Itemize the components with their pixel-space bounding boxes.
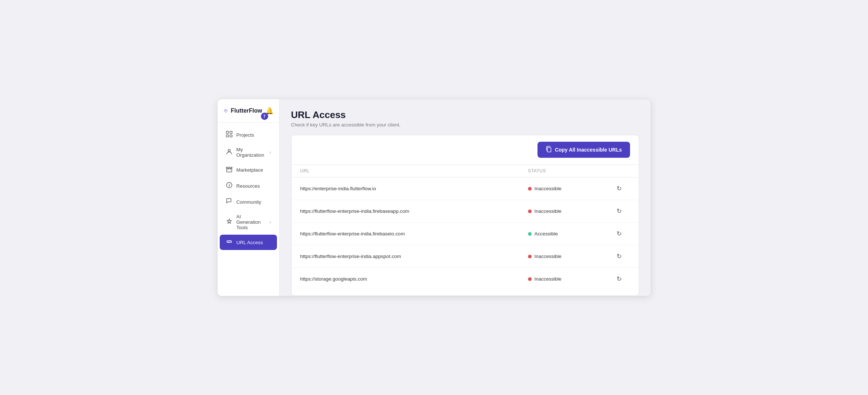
action-cell: ↻ bbox=[608, 183, 630, 194]
table-header: URL Status bbox=[292, 165, 639, 177]
url-cell: https://flutterflow-enterprise-india.app… bbox=[300, 254, 528, 259]
sidebar-item-community[interactable]: Community bbox=[220, 194, 277, 210]
url-table-body: https://enterprise-india.flutterflow.io … bbox=[292, 177, 639, 296]
url-access-icon bbox=[226, 238, 233, 246]
notification-button[interactable]: 🔔 7 bbox=[265, 107, 273, 115]
flutterflow-logo-icon bbox=[223, 106, 228, 116]
sidebar-logo: FlutterFlow 🔔 7 bbox=[218, 99, 279, 123]
copy-icon bbox=[546, 146, 552, 154]
ai-tools-icon bbox=[226, 218, 233, 226]
community-icon bbox=[226, 198, 233, 206]
url-cell: https://enterprise-india.flutterflow.io bbox=[300, 186, 528, 191]
sidebar-item-label: URL Access bbox=[236, 240, 263, 245]
refresh-button[interactable]: ↻ bbox=[615, 183, 623, 194]
svg-rect-1 bbox=[230, 131, 232, 133]
refresh-button[interactable]: ↻ bbox=[615, 206, 623, 216]
status-label: Inaccessible bbox=[535, 208, 562, 214]
page-subtitle: Check if key URLs are accessible from yo… bbox=[291, 122, 639, 128]
action-column-header bbox=[608, 168, 630, 173]
sidebar-item-ai-generation-tools[interactable]: AI Generation Tools › bbox=[220, 210, 277, 234]
app-name: FlutterFlow bbox=[231, 107, 262, 114]
action-cell: ↻ bbox=[608, 228, 630, 239]
svg-rect-2 bbox=[226, 135, 228, 137]
status-label: Inaccessible bbox=[535, 186, 562, 191]
copy-all-inaccessible-button[interactable]: Copy All Inaccessible URLs bbox=[537, 142, 630, 158]
action-cell: ↻ bbox=[608, 206, 630, 216]
url-column-header: URL bbox=[300, 168, 528, 173]
sidebar-item-my-organization[interactable]: My Organization › bbox=[220, 143, 277, 161]
page-header: URL Access Check if key URLs are accessi… bbox=[291, 109, 639, 128]
svg-rect-6 bbox=[547, 148, 551, 152]
action-cell: ↻ bbox=[608, 274, 630, 284]
table-row: https://flutterflow-enterprise-india.fir… bbox=[292, 200, 639, 223]
status-label: Accessible bbox=[535, 231, 558, 236]
url-access-card: Copy All Inaccessible URLs URL Status ht… bbox=[291, 135, 639, 296]
refresh-button[interactable]: ↻ bbox=[615, 228, 623, 239]
status-cell: Inaccessible bbox=[528, 276, 608, 282]
sidebar-item-resources[interactable]: Resources bbox=[220, 178, 277, 193]
sidebar-item-label: Marketplace bbox=[236, 167, 263, 173]
sidebar-item-label: Resources bbox=[236, 183, 260, 189]
status-indicator bbox=[528, 187, 532, 191]
refresh-button[interactable]: ↻ bbox=[615, 274, 623, 284]
svg-rect-3 bbox=[230, 135, 232, 137]
card-toolbar: Copy All Inaccessible URLs bbox=[292, 135, 639, 165]
svg-point-4 bbox=[228, 149, 230, 152]
chevron-icon: › bbox=[270, 220, 271, 225]
sidebar-item-url-access[interactable]: URL Access bbox=[220, 235, 277, 250]
svg-rect-0 bbox=[226, 131, 228, 133]
table-row: https://storage.googleapis.com Inaccessi… bbox=[292, 268, 639, 290]
table-row: https://flutterflow-enterprise-india.app… bbox=[292, 245, 639, 268]
status-column-header: Status bbox=[528, 168, 608, 173]
status-label: Inaccessible bbox=[535, 254, 562, 259]
action-cell: ↻ bbox=[608, 251, 630, 262]
sidebar-item-label: My Organization bbox=[236, 147, 266, 158]
status-indicator bbox=[528, 232, 532, 236]
sidebar: FlutterFlow 🔔 7 Projects bbox=[218, 99, 279, 296]
status-cell: Inaccessible bbox=[528, 208, 608, 214]
status-cell: Inaccessible bbox=[528, 186, 608, 191]
projects-icon bbox=[226, 131, 233, 139]
url-cell: https://flutterflow-enterprise-india.fir… bbox=[300, 231, 528, 236]
main-content: URL Access Check if key URLs are accessi… bbox=[279, 99, 651, 296]
status-indicator bbox=[528, 277, 532, 281]
status-indicator bbox=[528, 255, 532, 258]
sidebar-navigation: Projects My Organization › bbox=[218, 123, 279, 296]
resources-icon bbox=[226, 182, 233, 190]
notification-badge: 7 bbox=[261, 113, 268, 120]
sidebar-item-label: Projects bbox=[236, 132, 254, 138]
status-indicator bbox=[528, 210, 532, 213]
table-row: https://enterprise-india.flutterflow.io … bbox=[292, 177, 639, 200]
marketplace-icon bbox=[226, 166, 233, 174]
status-label: Inaccessible bbox=[535, 276, 562, 282]
copy-button-label: Copy All Inaccessible URLs bbox=[555, 147, 622, 153]
page-title: URL Access bbox=[291, 109, 639, 121]
sidebar-item-label: AI Generation Tools bbox=[236, 214, 266, 230]
organization-icon bbox=[226, 148, 233, 156]
refresh-button[interactable]: ↻ bbox=[615, 251, 623, 262]
sidebar-item-marketplace[interactable]: Marketplace bbox=[220, 162, 277, 177]
sidebar-item-label: Community bbox=[236, 199, 261, 205]
status-cell: Inaccessible bbox=[528, 254, 608, 259]
status-cell: Accessible bbox=[528, 231, 608, 236]
url-cell: https://storage.googleapis.com bbox=[300, 276, 528, 282]
sidebar-item-projects[interactable]: Projects bbox=[220, 127, 277, 142]
url-cell: https://flutterflow-enterprise-india.fir… bbox=[300, 208, 528, 214]
chevron-icon: › bbox=[270, 150, 271, 155]
app-window: FlutterFlow 🔔 7 Projects bbox=[217, 99, 651, 296]
table-row: https://flutterflow-enterprise-india.fir… bbox=[292, 223, 639, 245]
